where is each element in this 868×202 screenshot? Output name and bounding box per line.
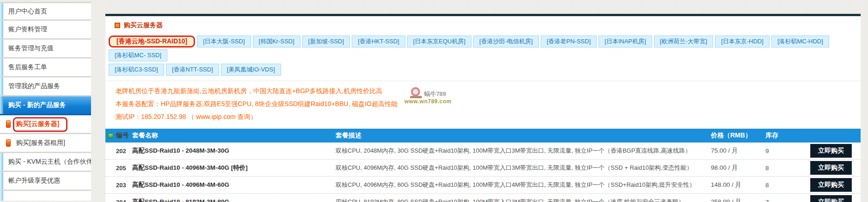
datacenter-tabs-row1: [香港云地-SSD-RAID10] [日本大阪-SSD] [韩国Kr-SSD] … [105, 30, 861, 61]
sidebar-item-buy-new-products[interactable]: 购买 - 新的产品服务 [0, 96, 91, 115]
sidebar-item-label: 售后服务工单 [0, 63, 47, 71]
plan-id: 205 [108, 165, 132, 172]
sidebar-item-billing-recharge[interactable]: 账务管理与充值 [0, 40, 91, 59]
plan-id: 203 [108, 182, 132, 189]
sidebar-item-label: 管理我的产品服务 [0, 82, 60, 90]
sidebar-item-label: 账务管理与充值 [0, 44, 54, 53]
tab-kr-ssd[interactable]: [韩国Kr-SSD] [253, 36, 300, 48]
table-header-row: 编号 套餐名称 套餐描述 价格（RMB） 库存 [105, 129, 861, 143]
plan-desc: 四核CPU, 8192M内存, 80G SSD硬盘+Raid10架构, 100M… [336, 198, 711, 202]
page-title: 购买云服务器 [124, 21, 163, 30]
section-title: 购买云服务器 [105, 16, 861, 30]
tab-hk-yundi-ssd-raid10[interactable]: [香港云地-SSD-RAID10] [109, 36, 195, 48]
plan-stock: 8 [765, 182, 801, 189]
sidebar-item-account-upgrade[interactable]: 帐户升级享受优惠 [0, 172, 91, 191]
sidebar-item-label: 购买 - KVM云主机（合作伙伴） [0, 158, 91, 166]
sidebar-item-label: 用户中心首页 [0, 7, 47, 16]
sidebar-item-label: 账户资料管理 [0, 25, 47, 34]
plan-name: 高配SSD-Raid10 - 4096M-4M-60G [132, 181, 336, 189]
tab-la-mc-hdd[interactable]: [洛杉矶MC-HDD] [771, 36, 829, 48]
buy-now-button[interactable]: 立即购买 [810, 178, 852, 192]
orange-square-icon [115, 23, 120, 28]
plan-price: 98.00 / 月 [711, 164, 765, 172]
tab-jp-osaka-ssd[interactable]: [日本大阪-SSD] [197, 36, 251, 48]
plan-name: 高配SSD-Raid10 - 8192M-3M-80G [132, 198, 336, 202]
plan-stock: 7 [765, 199, 801, 202]
datacenter-tabs-row2: [洛杉矶C3-SSD] [香港NTT-SSD] [美凤凰城IO-VDS] [105, 61, 861, 76]
plan-stock: 8 [765, 165, 801, 172]
description-line-1: 老牌机房位于香港九龍新蒲崗,云地机房新机房，中国大陆直连+BGP多线路接入,机房… [116, 84, 861, 97]
main-panel: 购买云服务器 [香港云地-SSD-RAID10] [日本大阪-SSD] [韩国K… [105, 14, 861, 202]
table-row: 203 高配SSD-Raid10 - 4096M-4M-60G 双核CPU, 4… [105, 177, 861, 194]
buy-now-button[interactable]: 立即购买 [810, 161, 852, 175]
sidebar-item-support-ticket[interactable]: 售后服务工单 [0, 59, 91, 77]
tab-jp-inap[interactable]: [日本INAP机房] [599, 36, 652, 48]
tab-us-phoenix-io-vds[interactable]: [美凤凰城IO-VDS] [221, 64, 281, 76]
tab-hk-old-pn-ssd[interactable]: [香港老PN-SSD] [541, 36, 597, 48]
header-plan-desc: 套餐描述 [336, 131, 711, 140]
header-stock: 库存 [765, 131, 801, 140]
datacenter-description: 老牌机房位于香港九龍新蒲崗,云地机房新机房，中国大陆直连+BGP多线路接入,机房… [105, 81, 861, 123]
tab-hk-ntt-ssd[interactable]: [香港NTT-SSD] [166, 64, 219, 76]
plan-desc: 双核CPU, 4096M内存, 40G SSD硬盘+Raid10架构, 100M… [336, 164, 711, 172]
plan-name: 高配SSD-Raid10 - 4096M-3M-40G [特价] [132, 164, 336, 172]
plan-stock: 9 [765, 148, 801, 154]
table-row: 202 高配SSD-Raid10 - 2048M-3M-30G 双核CPU, 2… [105, 143, 861, 160]
description-line-2: 本服务器配置：HP品牌服务器,双路E5至强CPU, 8块企业级SSD组建Raid… [116, 97, 861, 110]
sidebar-item-buy-kvm[interactable]: 购买 - KVM云主机（合作伙伴） [0, 153, 91, 172]
sidebar-item-label: 帐户升级享受优惠 [0, 177, 60, 185]
sidebar-item-label: 购买 - 新的产品服务 [0, 101, 66, 109]
plan-price: 75.00 / 月 [711, 147, 765, 155]
buy-now-button[interactable]: 立即购买 [810, 195, 852, 202]
table-row: 205 高配SSD-Raid10 - 4096M-3M-40G [特价] 双核C… [105, 160, 861, 177]
plan-id: 204 [108, 199, 132, 202]
sidebar-item-label: 购买[云服务器] [11, 120, 59, 128]
plan-name: 高配SSD-Raid10 - 2048M-3M-30G [132, 147, 336, 155]
tab-la-mc-ssd[interactable]: [洛杉矶MC- SSD] [109, 49, 167, 61]
sidebar-item-partial [0, 191, 91, 201]
description-line-3: 测试IP：185.207.152.98 （ www.ipip.com 查询） [116, 110, 861, 123]
tab-jp-tokyo-hdd[interactable]: [日本东京-HDD] [715, 36, 770, 48]
plan-desc: 双核CPU, 4096M内存, 60G SSD硬盘+Raid10架构, 100M… [336, 181, 711, 189]
tab-la-c3-ssd[interactable]: [洛杉矶C3-SSD] [109, 64, 164, 76]
sidebar-item-manage-products[interactable]: 管理我的产品服务 [0, 77, 91, 96]
plan-id: 202 [108, 148, 132, 154]
sidebar-item-user-home[interactable]: 用户中心首页 [0, 2, 91, 21]
plan-price: 258.00 / 月 [711, 198, 765, 202]
header-plan-name: 套餐名称 [132, 131, 336, 140]
header-price: 价格（RMB） [711, 131, 765, 140]
tab-hk-shatin-telecom[interactable]: [香港沙田-电信机房] [473, 36, 539, 48]
plans-table: 编号 套餐名称 套餐描述 价格（RMB） 库存 202 高配SSD-Raid10… [105, 129, 861, 202]
sidebar-item-label: 购买[服务器租用] [11, 139, 65, 147]
sidebar-item-buy-cloud-server[interactable]: 购买[云服务器] [0, 115, 91, 134]
sidebar-item-account-profile[interactable]: 账户资料管理 [0, 21, 91, 40]
tab-sg-ssd[interactable]: [新加坡-SSD] [302, 36, 350, 48]
table-row: 204 高配SSD-Raid10 - 8192M-3M-80G 四核CPU, 8… [105, 194, 861, 202]
orange-bookmark-icon [6, 139, 11, 147]
buy-now-button[interactable]: 立即购买 [810, 144, 852, 158]
tab-hk-hkt-ssd[interactable]: [香港HKT-SSD] [352, 36, 405, 48]
sidebar-item-buy-server-rental[interactable]: 购买[服务器租用] [0, 134, 91, 153]
orange-bookmark-icon [6, 120, 11, 128]
plan-desc: 双核CPU, 2048M内存, 30G SSD硬盘+Raid10架构, 100M… [336, 147, 711, 155]
tab-eu-nl-bandwidth[interactable]: [欧洲荷兰-大带宽] [654, 36, 714, 48]
sidebar: 用户中心首页 账户资料管理 账务管理与充值 售后服务工单 管理我的产品服务 购买… [0, 0, 91, 201]
tab-jp-tokyo-equ[interactable]: [日本东京EQU机房] [407, 36, 471, 48]
header-id: 编号 [108, 131, 132, 140]
plan-price: 148.00 / 月 [711, 181, 765, 189]
grid-icon [108, 133, 113, 138]
